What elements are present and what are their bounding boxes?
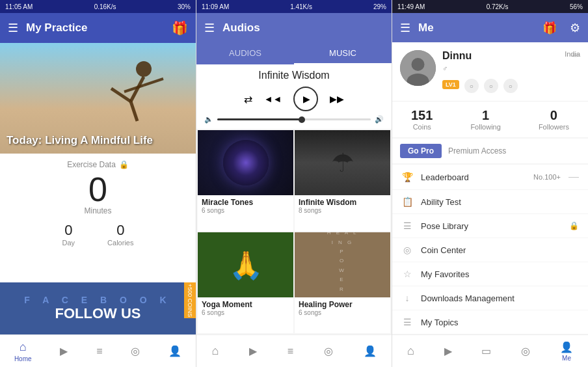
social-circle-3[interactable]: ○ <box>503 79 518 93</box>
umbrella-icon: ☂ <box>331 148 354 178</box>
menu-item-leaderboard[interactable]: 🏆 Leaderboard No.100+ — <box>392 165 588 190</box>
bottom-nav-3: ⌂ ▶ ▭ ◎ 👤 Me <box>392 334 588 367</box>
edit-icon[interactable]: ✏ <box>572 50 580 61</box>
play-button[interactable]: ▶ <box>293 87 318 111</box>
help-icon-1: ◎ <box>131 345 140 357</box>
user-icon-2: 👤 <box>364 345 377 357</box>
menu-item-coin-center[interactable]: ◎ Coin Center <box>392 238 588 262</box>
stat-followers: 0 Followers <box>539 108 569 131</box>
menu-item-my-topics[interactable]: ☰ My Topics <box>392 310 588 334</box>
network-2: 1.41K/s <box>290 3 312 10</box>
stat-calories: 0 Calories <box>107 222 133 247</box>
my-favorites-icon: ☆ <box>401 269 413 279</box>
go-pro-button[interactable]: Go Pro <box>400 144 442 158</box>
downloads-icon: ↓ <box>401 293 413 303</box>
minutes-value: 0 <box>88 172 107 206</box>
album-miracle-tones[interactable]: Miracle Tones 6 songs <box>198 130 293 231</box>
status-bar-3: 11:49 AM 0.72K/s 56% <box>392 0 588 13</box>
play-icon-1: ▶ <box>60 345 68 357</box>
music-player: Infinite Wisdom ⇄ ◄◄ ▶ ▶▶ 🔈 🔊 <box>196 64 392 129</box>
profile-gender: ♂ <box>442 64 448 72</box>
profile-name: Dinnu <box>442 50 472 62</box>
my-topics-label: My Topics <box>421 318 579 327</box>
nav-user-2[interactable]: 👤 <box>364 345 377 357</box>
page-title-2: Audios <box>222 21 384 34</box>
nav-home-3[interactable]: ⌂ <box>407 344 414 358</box>
nav-help-1[interactable]: ◎ <box>131 345 140 357</box>
menu-icon-1[interactable] <box>8 21 18 35</box>
menu-item-ability-test[interactable]: 📋 Ability Test <box>392 190 588 214</box>
settings-icon-3[interactable]: ⚙ <box>570 21 580 35</box>
album-healing-power[interactable]: H E A LI N GPOWER Healing Power 6 songs <box>295 232 390 333</box>
nav-user-1[interactable]: 👤 <box>168 345 181 357</box>
stat-following-label: Following <box>470 123 500 131</box>
album-info-yoga: Yoga Moment 6 songs <box>198 297 293 320</box>
home-icon-1: ⌂ <box>20 340 27 354</box>
tab-audios[interactable]: AUDIOS <box>196 43 294 64</box>
profile-stats: 151 Coins 1 Following 0 Followers <box>392 101 588 137</box>
list-icon-1: ≡ <box>96 346 102 357</box>
audios-body: Infinite Wisdom ⇄ ◄◄ ▶ ▶▶ 🔈 🔊 <box>196 64 392 334</box>
player-controls: ⇄ ◄◄ ▶ ▶▶ <box>204 87 384 111</box>
nav-home-2[interactable]: ⌂ <box>211 344 219 358</box>
battery-1: 30% <box>178 3 191 10</box>
album-grid: Miracle Tones 6 songs ☂ Infinite Wisdom … <box>196 129 392 334</box>
coins-badge: +500 COINS <box>184 282 196 318</box>
stat-coins-value: 151 <box>411 108 433 123</box>
rewind-button[interactable]: ◄◄ <box>264 94 282 104</box>
nav-help-2[interactable]: ◎ <box>324 345 333 357</box>
progress-bar[interactable] <box>217 118 371 120</box>
tab-music[interactable]: MUSIC <box>294 43 392 64</box>
panel-me: 11:49 AM 0.72K/s 56% Me 🎁 ⚙ Dinnu India … <box>392 0 588 367</box>
album-info-miracle: Miracle Tones 6 songs <box>198 195 293 218</box>
nav-play-1[interactable]: ▶ <box>60 345 68 357</box>
menu-item-pose-library[interactable]: ☰ Pose Library 🔒 <box>392 214 588 238</box>
album-thumb-healing: H E A LI N GPOWER <box>295 232 390 297</box>
nav-help-3[interactable]: ◎ <box>521 345 530 357</box>
gift-icon-3[interactable]: 🎁 <box>542 21 557 35</box>
nav-home-1[interactable]: ⌂ Home <box>14 340 32 362</box>
nav-play-2[interactable]: ▶ <box>249 345 257 357</box>
status-bar-1: 11:05 AM 0.16K/s 30% <box>0 0 196 13</box>
vol-down-icon[interactable]: 🔈 <box>204 115 213 124</box>
stat-day: 0 Day <box>62 222 75 247</box>
album-thumb-yoga: 🙏 <box>198 232 293 297</box>
stat-coins-label: Coins <box>411 123 433 131</box>
my-topics-icon: ☰ <box>401 317 413 327</box>
nav-list-2[interactable]: ≡ <box>287 346 293 357</box>
menu-item-my-favorites[interactable]: ☆ My Favorites <box>392 262 588 286</box>
shuffle-button[interactable]: ⇄ <box>244 93 252 105</box>
nav-list-3[interactable]: ▭ <box>481 345 491 357</box>
album-infinite-wisdom[interactable]: ☂ Infinite Wisdom 8 songs <box>295 130 390 231</box>
tabs-bar: AUDIOS MUSIC <box>196 43 392 64</box>
album-songs-miracle: 6 songs <box>202 207 289 214</box>
facebook-banner[interactable]: F A C E B O O K FOLLOW US +500 COINS <box>0 282 196 334</box>
vol-up-icon[interactable]: 🔊 <box>375 115 384 124</box>
album-name-miracle: Miracle Tones <box>202 198 289 207</box>
stat-cal-value: 0 <box>116 222 124 239</box>
gift-icon-1[interactable]: 🎁 <box>172 20 188 36</box>
nav-list-1[interactable]: ≡ <box>96 346 102 357</box>
ability-test-icon: 📋 <box>401 197 413 207</box>
user-icon-1: 👤 <box>168 345 181 357</box>
panel-audios: 11:09 AM 1.41K/s 29% Audios AUDIOS MUSIC… <box>196 0 392 367</box>
network-3: 0.72K/s <box>487 3 509 10</box>
network-1: 0.16K/s <box>94 3 116 10</box>
nav-me-3[interactable]: 👤 Me <box>560 341 573 362</box>
lock-icon: 🔒 <box>119 160 129 169</box>
avatar <box>400 50 436 86</box>
social-circle-1[interactable]: ○ <box>464 79 479 93</box>
bottom-nav-1: ⌂ Home ▶ ≡ ◎ 👤 <box>0 334 196 367</box>
stat-following: 1 Following <box>470 108 500 131</box>
forward-button[interactable]: ▶▶ <box>330 94 344 104</box>
menu-icon-2[interactable] <box>204 21 215 35</box>
album-yoga-moment[interactable]: 🙏 Yoga Moment 6 songs <box>198 232 293 333</box>
exercise-section: Exercise Data 🔒 0 Minutes 0 Day 0 Calori… <box>0 154 196 282</box>
social-circle-2[interactable]: ○ <box>484 79 498 93</box>
nav-play-3[interactable]: ▶ <box>444 345 452 357</box>
stat-day-value: 0 <box>64 222 72 239</box>
menu-item-downloads[interactable]: ↓ Downloads Management <box>392 286 588 310</box>
album-name-healing: Healing Power <box>299 300 386 309</box>
progress-fill <box>217 118 302 120</box>
menu-icon-3[interactable] <box>400 21 410 35</box>
